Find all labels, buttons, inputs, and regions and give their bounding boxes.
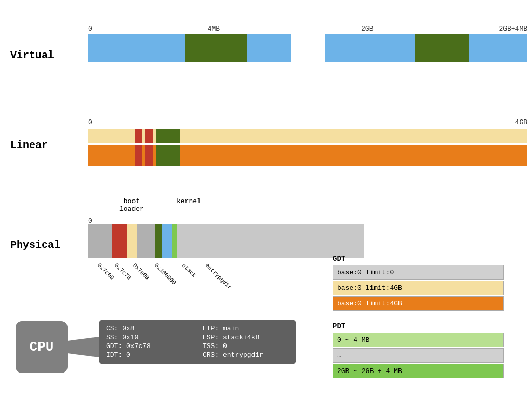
linear-ruler: 0 4GB: [88, 118, 527, 126]
addr-0x100000: 0x100000: [153, 258, 181, 268]
pb-ltgrn: [172, 224, 177, 258]
pdt-row-1: …: [332, 348, 504, 363]
kernel-label: kernel: [177, 197, 201, 205]
linear-red4: [145, 145, 153, 166]
linear-bar: [88, 129, 527, 168]
reg-tss: TSS: 0: [203, 342, 289, 350]
pb-blue: [162, 224, 172, 258]
reg-esp: ESP: stack+4kB: [203, 334, 289, 341]
linear-ora1: [88, 145, 135, 166]
virtual-label: Virtual: [10, 49, 54, 61]
addr-0x7e00: 0x7e00: [131, 258, 152, 268]
virtual-gap: [291, 34, 325, 62]
physical-bar: [88, 224, 364, 258]
linear-green: [156, 129, 180, 143]
linear-pale4: [180, 129, 527, 143]
virtual-ruler: 0 4MB 2GB 2GB+4MB: [88, 25, 527, 33]
addr-stack: stack: [181, 258, 198, 268]
virtual-bar: [88, 34, 527, 62]
pb-green: [155, 224, 162, 258]
linear-pale1: [88, 129, 135, 143]
reg-idt: IDT: 0: [106, 351, 192, 359]
linear-red2: [145, 129, 153, 143]
virtual-seg-blue2: [247, 34, 291, 62]
gdt-row-1: base:0 limit:4GB: [332, 281, 504, 295]
boot-loader-label: bootloader: [119, 197, 144, 213]
linear-ruler-0: 0: [88, 118, 92, 126]
reg-table: CS: 0x8 EIP: main SS: 0x10 ESP: stack+4k…: [106, 325, 289, 359]
pb-red: [112, 224, 127, 258]
reg-cs: CS: 0x8: [106, 325, 192, 332]
pdt-section: PDT 0 ~ 4 MB … 2GB ~ 2GB + 4 MB: [332, 322, 504, 379]
gdt-row-2: base:0 limit:4GB: [332, 296, 504, 311]
cpu-registers: CS: 0x8 EIP: main SS: 0x10 ESP: stack+4k…: [99, 320, 296, 364]
gdt-title: GDT: [332, 255, 504, 263]
reg-ss: SS: 0x10: [106, 334, 192, 341]
linear-label: Linear: [10, 139, 48, 151]
cpu-connector: [68, 337, 99, 357]
gdt-section: GDT base:0 limit:0 base:0 limit:4GB base…: [332, 255, 504, 312]
pdt-row-0: 0 ~ 4 MB: [332, 332, 504, 347]
cpu-label: CPU: [30, 339, 54, 355]
virtual-seg-blue4: [469, 34, 527, 62]
virtual-seg-green2: [415, 34, 469, 62]
virtual-seg-green1: [185, 34, 247, 62]
virtual-bar-group2: [325, 34, 527, 62]
virtual-ruler-0: 0: [88, 25, 92, 33]
pdt-row-2: 2GB ~ 2GB + 4 MB: [332, 364, 504, 378]
physical-ruler-0: 0: [88, 217, 92, 225]
pdt-title: PDT: [332, 322, 504, 330]
virtual-seg-blue3: [325, 34, 415, 62]
linear-ruler-4gb: 4GB: [515, 118, 527, 126]
reg-eip: EIP: main: [203, 325, 289, 332]
addr-0x7c78: 0x7c78: [113, 258, 134, 268]
pb-gray3: [177, 224, 364, 258]
reg-cr3: CR3: entrypgdir: [203, 351, 289, 359]
pb-gray1: [88, 224, 112, 258]
diagram: 0 4MB 2GB 2GB+4MB Virtual 0 4GB: [0, 0, 532, 399]
virtual-bar-group1: [88, 34, 291, 62]
linear-red3: [135, 145, 141, 166]
reg-gdt: GDT: 0x7c78: [106, 342, 192, 350]
physical-label: Physical: [10, 239, 60, 251]
virtual-ruler-2gb4mb: 2GB+4MB: [499, 25, 527, 33]
virtual-seg-blue1: [88, 34, 185, 62]
pb-pale: [127, 224, 137, 258]
gdt-row-0: base:0 limit:0: [332, 265, 504, 280]
pb-gray2: [137, 224, 155, 258]
linear-red1: [135, 129, 141, 143]
virtual-ruler-2gb: 2GB: [361, 25, 373, 33]
virtual-ruler-4mb: 4MB: [208, 25, 220, 33]
linear-grn2: [156, 145, 180, 166]
addr-entrypgdir: entrypgdir: [204, 258, 238, 268]
cpu-box: CPU: [16, 321, 68, 373]
linear-ora4: [180, 145, 527, 166]
